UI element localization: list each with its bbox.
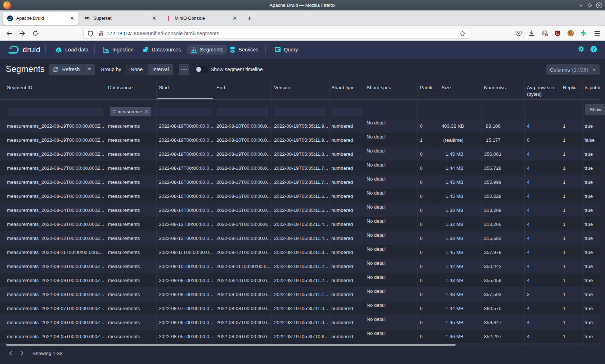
segment-id-filter-input[interactable] [8, 106, 104, 117]
cell-shard-spec[interactable]: No detail [365, 175, 418, 189]
ublock-icon[interactable] [552, 26, 563, 41]
column-header-shard-spec[interactable]: Shard spec [365, 81, 418, 99]
cell-shard-spec[interactable]: No detail [365, 189, 418, 203]
tab-close-icon[interactable]: ✕ [68, 14, 76, 23]
column-header-version[interactable]: Version [272, 81, 330, 99]
nav-item-segments[interactable]: Segments [187, 45, 228, 55]
start-filter-input[interactable] [158, 106, 213, 117]
refresh-dropdown-button[interactable] [84, 64, 95, 75]
cell-shard-spec[interactable]: No detail [365, 329, 418, 343]
cell-shard-spec[interactable]: No detail [365, 161, 418, 175]
next-page-icon[interactable] [19, 350, 25, 356]
nav-item-ingestion[interactable]: Ingestion [99, 45, 138, 55]
cell-segment-id: measurements_2022-08-19T00:00:00.000Z... [0, 119, 106, 133]
datasource-filter-tag[interactable]: =measureme✕ [110, 107, 151, 116]
nav-item-label: Query [284, 47, 298, 53]
shield-icon[interactable] [85, 26, 96, 41]
cell-partition: 0 [418, 231, 438, 245]
column-header-end[interactable]: End [214, 81, 272, 99]
version-filter-input[interactable] [274, 106, 327, 117]
cell-shard-spec[interactable]: No detail [365, 217, 418, 231]
pocket-icon[interactable] [514, 26, 524, 41]
cell-avg-row-size: 4 [525, 119, 561, 133]
bookmark-star-icon[interactable] [455, 26, 470, 41]
reload-icon[interactable] [31, 26, 40, 41]
remove-tag-icon[interactable]: ✕ [144, 109, 149, 114]
group-by-none-button[interactable]: None [125, 64, 148, 75]
window-minimize-icon[interactable] [578, 3, 584, 8]
nav-item-services[interactable]: Services [225, 45, 263, 55]
cell-shard-spec[interactable]: No detail [365, 245, 418, 259]
columns-button[interactable]: Columns (17/18) [546, 64, 600, 75]
cell-num-rows: 315,682 [481, 231, 525, 245]
nav-item-load-data[interactable]: Load data [51, 45, 93, 55]
cell-segment-id: measurements_2022-08-16T00:00:00.000Z... [0, 175, 106, 189]
column-header-shard-type[interactable]: Shard type [330, 81, 365, 99]
window-close-icon[interactable] [596, 2, 602, 9]
tab-minio-console[interactable]: MinIO Console ✕ [161, 12, 241, 25]
cell-shard-spec[interactable]: No detail [365, 287, 418, 301]
column-header-is-published[interactable]: Is published [583, 81, 600, 99]
cell-size: (realtime) [438, 133, 481, 147]
horizontal-scrollbar[interactable] [6, 344, 456, 346]
druid-brand[interactable]: druid [7, 45, 40, 55]
table-body: measurements_2022-08-19T00:00:00.000Z...… [0, 119, 600, 346]
lock-insecure-icon[interactable] [96, 26, 106, 41]
help-icon[interactable]: ? [590, 46, 597, 54]
cell-partition: 0 [418, 259, 438, 273]
cell-shard-spec[interactable]: No detail [365, 301, 418, 315]
refresh-button[interactable]: Refresh [49, 64, 84, 75]
column-header-num-rows[interactable]: Num rows [481, 81, 525, 99]
datasource-filter-input[interactable]: =measureme✕ [109, 106, 156, 117]
cell-shard-spec[interactable]: No detail [365, 147, 418, 161]
forward-icon[interactable] [18, 26, 27, 41]
previous-page-icon[interactable] [8, 350, 14, 356]
cell-segment-id: measurements_2022-08-13T00:00:00.000Z... [0, 217, 106, 231]
cell-shard-type: numbered [330, 217, 365, 231]
column-header-segment-id[interactable]: Segment ID [0, 81, 106, 99]
column-header-replic[interactable]: Replic... [561, 81, 583, 99]
column-header-datasource[interactable]: Datasource [106, 81, 157, 99]
back-icon[interactable] [5, 26, 14, 41]
end-filter-input[interactable] [216, 106, 269, 117]
extension-asterisk-icon[interactable] [578, 26, 588, 41]
cell-shard-spec[interactable]: No detail [365, 259, 418, 273]
cell-start: 2022-08-19T00:00:00.0... [157, 133, 214, 147]
cell-shard-spec[interactable]: No detail [365, 119, 418, 133]
cell-shard-spec[interactable]: No detail [365, 133, 418, 147]
column-header-partiti[interactable]: Partiti... [418, 81, 438, 99]
column-header-start[interactable]: Start [157, 81, 214, 99]
nav-item-query[interactable]: Query [270, 45, 302, 55]
cell-version: 2022-08-19T05:35:11.4... [272, 231, 330, 245]
is-published-filter-select[interactable]: Show [585, 104, 605, 115]
cell-size: 1.44 MB [438, 301, 481, 315]
tab-close-icon[interactable]: ✕ [230, 14, 239, 23]
cell-shard-spec[interactable]: No detail [365, 203, 418, 217]
cell-replication: 1 [561, 147, 583, 161]
tab-close-icon[interactable]: ✕ [150, 14, 158, 23]
column-header-size[interactable]: Size [438, 81, 481, 99]
url-bar[interactable]: 172.18.0.4:30899/unified-console.html#se… [83, 28, 470, 39]
menu-hamburger-icon[interactable] [592, 26, 602, 41]
filter-cell [272, 100, 330, 119]
settings-gear-icon[interactable] [578, 46, 584, 54]
nav-item-datasources[interactable]: Datasources [138, 45, 185, 55]
segment-timeline-toggle[interactable] [195, 66, 208, 73]
cell-shard-spec[interactable]: No detail [365, 315, 418, 329]
extension-account-icon[interactable] [539, 26, 550, 41]
shard-type-filter-input[interactable] [331, 106, 363, 117]
group-by-interval-button[interactable]: Interval [148, 64, 173, 75]
more-options-button[interactable] [179, 64, 189, 75]
column-header-avg-row-size-bytes[interactable]: Avg. row size (bytes) [525, 81, 561, 99]
cell-shard-spec[interactable]: No detail [365, 273, 418, 287]
cookie-icon[interactable] [565, 26, 575, 41]
cell-shard-spec[interactable]: No detail [365, 231, 418, 245]
cell-segment-id: measurements_2022-08-07T00:00:00.000Z... [0, 301, 106, 315]
cell-num-rows: 350,442 [481, 259, 525, 273]
downloads-icon[interactable] [526, 26, 537, 41]
tab-superset[interactable]: ∞ Superset ✕ [80, 12, 161, 25]
new-tab-button[interactable]: + [244, 13, 255, 24]
window-maximize-icon[interactable] [587, 3, 593, 8]
tab-apache-druid[interactable]: Apache Druid ✕ [3, 12, 79, 25]
segment-row: measurements_2022-08-06T00:00:00.000Z...… [0, 315, 600, 329]
